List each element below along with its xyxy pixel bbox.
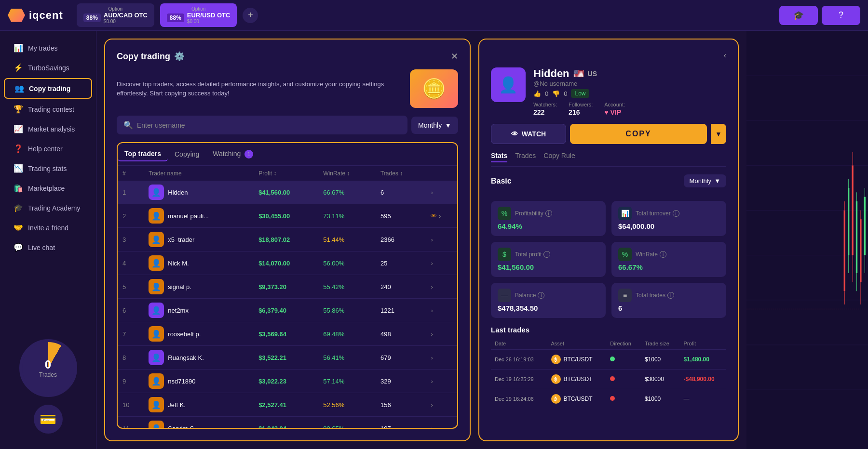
close-button[interactable]: ✕ [451,51,458,62]
period-dropdown[interactable]: Monthly ▼ [684,174,726,187]
trader-info: Hidden 🇺🇸 US @No username 👍 0 👎 0 Low [533,67,726,116]
total-turnover-info-icon[interactable]: i [673,210,679,217]
detail-tab-stats[interactable]: Stats [491,152,507,162]
rank-cell: 10 [118,393,144,417]
action-cell: 👁 › [426,204,457,228]
sidebar-item-market-analysis[interactable]: 📈 Market analysis [4,119,92,138]
sidebar-item-marketplace[interactable]: 🛍️ Marketplace [4,179,92,198]
panel-subtitle: Discover top traders, access detailed pe… [117,79,402,98]
followers-count: 216 [569,108,593,116]
chevron-right-icon[interactable]: › [439,212,441,220]
total-turnover-label: 📊 Total turnover i [618,207,719,220]
rank-cell: 1 [118,181,144,204]
total-profit-info-icon[interactable]: i [543,251,550,258]
trade-date: Dec 19 16:25:29 [491,370,547,389]
sidebar-item-invite-friend[interactable]: 🤝 Invite a friend [4,218,92,237]
sidebar-item-trading-stats[interactable]: 📉 Trading stats [4,159,92,178]
trades-cell: 156 [376,393,426,417]
wallet-icon[interactable]: 💳 [34,405,63,434]
chevron-right-icon[interactable]: › [431,401,433,409]
watch-button[interactable]: 👁 WATCH [491,124,566,144]
copy-trading-icon: 👥 [14,84,24,93]
hero-row: Discover top traders, access detailed pe… [117,69,458,108]
add-instrument-button[interactable]: + [243,8,258,23]
profit-cell: $9,373.20 [254,275,318,299]
settings-icon[interactable]: ⚙️ [174,51,185,62]
copy-dropdown-button[interactable]: ▼ [711,124,726,144]
logo[interactable]: iqcent [8,9,63,22]
sidebar-item-my-trades[interactable]: 📊 My trades [4,39,92,57]
watching-icon: 👁 [431,212,437,220]
table-row[interactable]: 3 👤 x5_trader $18,807.02 51.44% 2366 › [118,228,457,251]
help-button[interactable]: 🎓 [779,6,818,25]
table-row[interactable]: 6 👤 net2mx $6,379.40 55.86% 1221 › [118,299,457,322]
watch-label: WATCH [522,130,546,138]
table-row[interactable]: 10 👤 Jeff K. $2,527.41 52.56% 156 › [118,393,457,417]
winrate-value: 66.67% [618,263,719,271]
back-button[interactable]: ‹ [724,51,726,60]
action-cell: › [426,346,457,370]
profitability-label: % Profitability i [498,207,599,220]
chevron-right-icon[interactable]: › [431,378,433,385]
detail-tab-copy-rule[interactable]: Copy Rule [543,152,575,162]
option-label-1: Option [83,6,148,12]
trade-direction [606,350,641,370]
chevron-right-icon[interactable]: › [431,283,433,291]
trader-avatar: 👤 [149,208,164,224]
trades-cell: 6 [376,181,426,204]
trader-username: @No username [533,80,726,87]
balance-value: $478,354.50 [498,304,599,312]
table-row[interactable]: 7 👤 roosebelt p. $3,569.64 69.48% 498 › [118,322,457,346]
chevron-right-icon[interactable]: › [431,260,433,267]
copy-button[interactable]: COPY [570,124,707,144]
search-input[interactable] [137,121,401,129]
sidebar: 📊 My trades ⚡ TurboSavings 👥 Copy tradin… [0,31,96,449]
col-winrate: WinRate ↕ [318,166,376,181]
chevron-right-icon[interactable]: › [431,330,433,338]
chevron-right-icon[interactable]: › [431,236,433,243]
balance-info-icon[interactable]: i [538,292,544,299]
chevron-right-icon[interactable]: › [431,425,433,429]
chevron-right-icon[interactable]: › [431,189,433,196]
sidebar-item-copy-trading[interactable]: 👥 Copy trading [4,78,92,99]
total-trades-info-icon[interactable]: i [667,292,674,299]
period-select[interactable]: Monthly ▼ [411,117,458,134]
table-row[interactable]: 4 👤 Nick M. $14,070.00 56.00% 25 › [118,251,457,275]
table-row[interactable]: 1 👤 Hidden $41,560.00 66.67% 6 › [118,181,457,204]
tab-copying[interactable]: Copying [168,147,206,161]
detail-tab-trades[interactable]: Trades [515,152,536,162]
chevron-right-icon[interactable]: › [431,307,433,314]
support-button[interactable]: ? [822,6,860,25]
sidebar-label-invite-friend: Invite a friend [28,224,68,232]
table-row[interactable]: 8 👤 Ruangsak K. $3,522.21 56.41% 679 › [118,346,457,370]
table-row[interactable]: 2 👤 manuel pauli... $30,455.00 73.11% 59… [118,204,457,228]
table-row[interactable]: 11 👤 Sandra S. $1,943.04 90.65% 107 › [118,417,457,429]
profitability-info-icon[interactable]: i [545,210,552,217]
sidebar-item-help-center[interactable]: ❓ Help center [4,139,92,158]
action-cell: › [426,228,457,251]
sidebar-item-turbo-savings[interactable]: ⚡ TurboSavings [4,58,92,77]
option-tab-2[interactable]: Option 88% EUR/USD OTC $0.00 [160,3,237,27]
risk-badge: Low [571,89,589,98]
sidebar-item-trading-contest[interactable]: 🏆 Trading contest [4,100,92,119]
sidebar-label-my-trades: My trades [28,44,57,52]
chevron-right-icon[interactable]: › [431,354,433,361]
rank-cell: 9 [118,370,144,393]
trader-name: net2mx [168,307,189,314]
sidebar-item-trading-academy[interactable]: 🎓 Trading Academy [4,198,92,217]
sidebar-item-live-chat[interactable]: 💬 Live chat [4,238,92,257]
tab-watching[interactable]: Watching 1 [206,147,260,161]
th-asset: Asset [547,338,607,350]
table-row[interactable]: 5 👤 signal p. $9,373.20 55.42% 240 › [118,275,457,299]
table-row[interactable]: 9 👤 nsd71890 $3,022.23 57.14% 329 › [118,370,457,393]
winrate-info-icon[interactable]: i [660,251,666,258]
svg-rect-13 [848,188,849,255]
search-input-wrap[interactable]: 🔍 [117,116,407,134]
my-trades-icon: 📊 [14,43,23,53]
tab-top-traders[interactable]: Top traders [118,147,168,161]
rank-cell: 7 [118,322,144,346]
live-chat-icon: 💬 [14,243,23,252]
option-tab-1[interactable]: Option 88% AUD/CAD OTC $0.00 [77,3,154,27]
market-analysis-icon: 📈 [14,124,23,133]
svg-rect-19 [856,201,857,273]
